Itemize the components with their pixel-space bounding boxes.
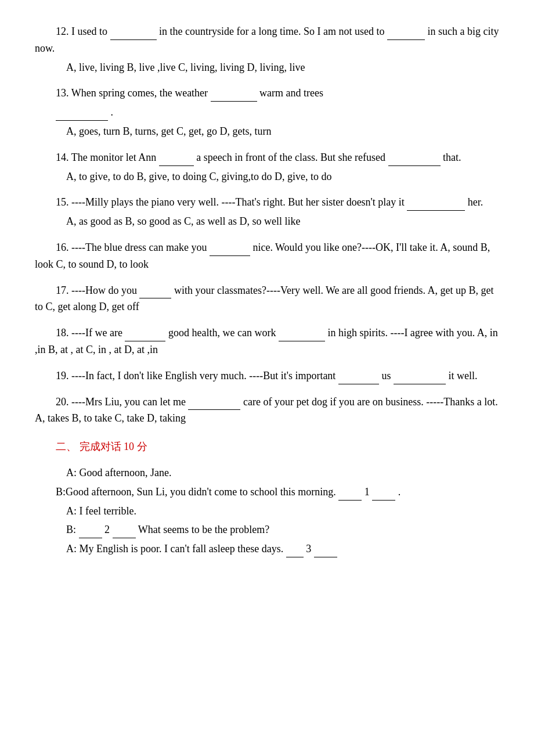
dialogue-b2: B: 2 What seems to be the problem? <box>35 521 499 538</box>
question-17: 17. ----How do you with your classmates?… <box>35 282 499 316</box>
dialogue-b1-period: . <box>398 486 401 498</box>
question-19: 19. ----In fact, I don't like English ve… <box>35 368 499 384</box>
q19-text-after: it well. <box>448 370 477 381</box>
q18-blank2 <box>279 329 325 341</box>
section2-header: 二、 完成对话 10 分 <box>35 438 499 455</box>
question-12: 12. I used to in the countryside for a l… <box>35 23 499 75</box>
q14-blank1 <box>159 153 194 166</box>
question-16: 16. ----The blue dress can make you nice… <box>35 239 499 273</box>
q14-text-after2: that. <box>443 152 461 163</box>
question-20: 20. ----Mrs Liu, you can let me care of … <box>35 394 499 427</box>
dialogue-a3: A: My English is poor. I can't fall asle… <box>35 541 499 557</box>
q19-number: 19. <box>56 370 69 381</box>
q18-text: 18. ----If we are good health, we can wo… <box>35 325 499 358</box>
q16-text-before: ----The blue dress can make you <box>71 242 210 253</box>
dialogue-a2-text: A: I feel terrible. <box>66 505 136 517</box>
q17-blank1 <box>139 286 171 299</box>
q13-blank1 <box>211 89 257 102</box>
q15-number: 15. <box>56 196 69 208</box>
q19-text: 19. ----In fact, I don't like English ve… <box>35 368 499 384</box>
dialogue-a1: A: Good afternoon, Jane. <box>35 465 499 481</box>
dialogue-blank3b <box>314 545 337 557</box>
dialogue-b1-speaker: B:Good afternoon, Sun Li, you didn't com… <box>56 486 336 498</box>
dialogue-blank1b <box>372 488 395 501</box>
q20-text: 20. ----Mrs Liu, you can let me care of … <box>35 394 499 427</box>
dialogue-b1-num: 1 <box>365 486 370 498</box>
q12-options: A, live, living B, live ,live C, living,… <box>35 59 499 76</box>
q18-blank1 <box>125 329 165 341</box>
q13-blank2 <box>56 108 108 121</box>
q12-text-before1: I used to <box>71 26 107 37</box>
q20-text-before: ----Mrs Liu, you can let me <box>71 396 188 408</box>
q20-blank1 <box>188 398 240 411</box>
q18-text-after1: good health, we can work <box>168 327 279 339</box>
q17-text-before: ----How do you <box>71 285 139 296</box>
q13-options: A, goes, turn B, turns, get C, get, go D… <box>35 123 499 140</box>
dialogue-b1: B:Good afternoon, Sun Li, you didn't com… <box>35 484 499 501</box>
q13-text: 13. When spring comes, the weather warm … <box>35 85 499 102</box>
q13-period: . <box>111 106 114 118</box>
q15-text: 15. ----Milly plays the piano very well.… <box>35 194 499 211</box>
q14-blank2 <box>388 153 441 166</box>
dialogue-blank2b <box>113 526 136 539</box>
q19-blank2 <box>394 372 446 384</box>
question-14: 14. The monitor let Ann a speech in fron… <box>35 149 499 185</box>
q13-number: 13. <box>56 87 69 99</box>
q15-options: A, as good as B, so good as C, as well a… <box>35 213 499 230</box>
dialogue-a3-text: A: My English is poor. I can't fall asle… <box>66 543 283 555</box>
question-18: 18. ----If we are good health, we can wo… <box>35 325 499 358</box>
q15-text-after: her. <box>468 196 484 208</box>
q12-number: 12. <box>56 26 69 37</box>
q14-text: 14. The monitor let Ann a speech in fron… <box>35 149 499 166</box>
q18-text-before1: ----If we are <box>71 327 125 339</box>
dialogue-b2-text: B: <box>66 524 76 535</box>
q12-blank2 <box>387 27 425 40</box>
dialogue-blank2a <box>79 526 102 539</box>
q13-warm-trees: warm and trees <box>259 87 323 99</box>
q12-blank1 <box>110 27 157 40</box>
q15-text-main: ----Milly plays the piano very well. ---… <box>71 196 407 208</box>
q16-text: 16. ----The blue dress can make you nice… <box>35 239 499 273</box>
q19-blank1 <box>338 372 379 384</box>
dialogue-blank3a <box>286 545 304 557</box>
q17-text: 17. ----How do you with your classmates?… <box>35 282 499 316</box>
question-13: 13. When spring comes, the weather warm … <box>35 85 499 139</box>
q12-text: 12. I used to in the countryside for a l… <box>35 23 499 57</box>
q13-text-line2: . <box>35 104 499 121</box>
q12-text-after1: in the countryside for a long time. So I… <box>159 26 387 37</box>
q14-text-before1: The monitor let Ann <box>71 152 159 163</box>
dialogue-a3-num: 3 <box>306 543 311 555</box>
q18-number: 18. <box>56 327 69 339</box>
dialogue-block: A: Good afternoon, Jane. B:Good afternoo… <box>35 465 499 557</box>
q16-blank1 <box>210 243 250 256</box>
dialogue-a2: A: I feel terrible. <box>35 503 499 520</box>
q14-text-after1: a speech in front of the class. But she … <box>196 152 388 163</box>
q14-number: 14. <box>56 152 69 163</box>
q14-options: A, to give, to do B, give, to doing C, g… <box>35 168 499 185</box>
q16-number: 16. <box>56 242 69 253</box>
q17-number: 17. <box>56 285 69 296</box>
dialogue-blank1 <box>338 488 362 501</box>
q19-text-before: ----In fact, I don't like English very m… <box>71 370 338 381</box>
section2-title: 二、 完成对话 10 分 <box>56 438 499 455</box>
dialogue-a1-speaker: A: Good afternoon, Jane. <box>66 467 171 478</box>
q15-blank1 <box>407 199 465 211</box>
q20-number: 20. <box>56 396 69 408</box>
dialogue-b2-num: 2 <box>104 524 110 535</box>
q13-text-before1: When spring comes, the weather <box>71 87 211 99</box>
dialogue-b2-rest: What seems to be the problem? <box>138 524 269 535</box>
q19-text-mid: us <box>381 370 394 381</box>
question-15: 15. ----Milly plays the piano very well.… <box>35 194 499 230</box>
